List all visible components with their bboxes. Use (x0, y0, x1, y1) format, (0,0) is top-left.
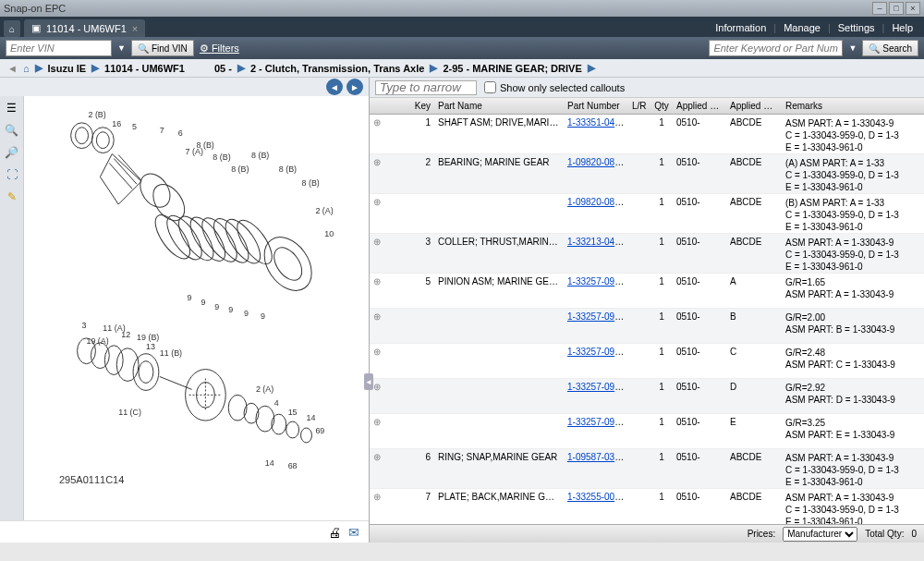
cell-qty: 1 (650, 276, 673, 287)
zoom-out-icon[interactable]: 🔎 (4, 144, 20, 161)
expand-icon[interactable]: ⊕ (373, 452, 381, 462)
expand-icon[interactable]: ⊕ (373, 492, 381, 502)
table-row[interactable]: ⊕7PLATE; BACK,MARINE GEAR1-33255-007-010… (370, 489, 924, 524)
search-button[interactable]: 🔍 Search (862, 40, 918, 56)
part-number-link[interactable]: 1-33257-096-0 (567, 311, 628, 322)
expand-icon[interactable]: ⊕ (373, 197, 381, 207)
col-remarks[interactable]: Remarks (782, 101, 924, 111)
tab-title: 11014 - UM6WF1 (46, 23, 127, 34)
prices-label: Prices: (748, 529, 776, 539)
svg-text:9: 9 (228, 305, 233, 314)
part-number-link[interactable]: 1-33257-099-0 (567, 417, 628, 427)
part-number-link[interactable]: 1-09820-089-0 (567, 197, 628, 207)
prices-select[interactable]: Manufacturer (783, 527, 857, 542)
menu-settings[interactable]: Settings (838, 22, 875, 33)
cell-remarks: ASM PART: A = 1-33043-9C = 1-33043-959-0… (782, 452, 924, 488)
col-name[interactable]: Part Name (434, 101, 564, 111)
crumb-diagram[interactable]: 2-95 - MARINE GEAR; DRIVE (443, 63, 581, 74)
splitter-handle[interactable]: ◄ (364, 373, 373, 390)
col-lr[interactable]: L/R (628, 101, 650, 111)
table-row[interactable]: ⊕3COLLER; THRUST,MARINE GEAR1-33213-048-… (370, 234, 924, 274)
dropdown-icon[interactable]: ▼ (848, 43, 857, 53)
part-number-link[interactable]: 1-33257-098-0 (567, 382, 628, 392)
expand-icon[interactable]: ⊕ (373, 117, 381, 128)
table-row[interactable]: ⊕1-33257-097-010510-CG/R=2.48ASM PART: C… (370, 344, 924, 379)
home-tab-icon[interactable]: ⌂ (4, 20, 20, 37)
expand-icon[interactable]: ⊕ (373, 157, 381, 167)
document-tab[interactable]: ▣ 11014 - UM6WF1 × (24, 19, 145, 37)
part-number-link[interactable]: 1-09587-034-0 (567, 452, 628, 462)
zoom-in-icon[interactable]: 🔍 (4, 122, 20, 139)
col-model[interactable]: Applied Model (726, 101, 782, 111)
prev-diagram-button[interactable]: ◄ (326, 79, 343, 95)
part-number-link[interactable]: 1-33255-007-0 (567, 492, 628, 502)
cell-model: ABCDE (726, 157, 782, 167)
cell-qty: 1 (650, 117, 673, 128)
fit-icon[interactable]: ⛶ (4, 166, 20, 183)
col-pn[interactable]: Part Number (564, 101, 628, 111)
diagram-area[interactable]: 2 (B)165 767 (A) 8 (B)8 (B)8 (B) 8 (B)8 … (24, 96, 369, 520)
print-icon[interactable]: 🖨 (328, 525, 341, 540)
cell-key: 2 (388, 157, 434, 167)
expand-icon[interactable]: ⊕ (373, 311, 381, 322)
expand-icon[interactable]: ⊕ (373, 417, 381, 427)
crumb-group[interactable]: 2 - Clutch, Transmission, Trans Axle (250, 63, 424, 74)
cell-model: B (726, 311, 782, 322)
toolbar: ▼ 🔍 Find VIN ⚙ Filters ▼ 🔍 Search (0, 37, 924, 59)
part-number-link[interactable]: 1-33257-097-0 (567, 347, 628, 357)
expand-icon[interactable]: ⊕ (373, 276, 381, 287)
crumb-vehicle[interactable]: 11014 - UM6WF1 (104, 63, 185, 74)
part-number-link[interactable]: 1-33257-095-0 (567, 276, 628, 287)
cell-qty: 1 (650, 311, 673, 322)
crumb-section[interactable]: 05 - (214, 63, 232, 74)
expand-icon[interactable]: ⊕ (373, 237, 381, 247)
table-row[interactable]: ⊕1-33257-096-010510-BG/R=2.00ASM PART: B… (370, 309, 924, 344)
table-row[interactable]: ⊕1-33257-098-010510-DG/R=2.92ASM PART: D… (370, 379, 924, 414)
home-icon[interactable]: ⌂ (23, 63, 30, 74)
col-qty[interactable]: Qty (650, 101, 673, 111)
table-row[interactable]: ⊕1SHAFT ASM; DRIVE,MARINE GEAR1-33351-04… (370, 115, 924, 154)
menu-manage[interactable]: Manage (784, 22, 821, 33)
svg-text:8 (B): 8 (B) (231, 165, 249, 174)
cell-qty: 1 (650, 237, 673, 247)
expand-icon[interactable]: ⊕ (373, 347, 381, 357)
highlight-icon[interactable]: ✎ (4, 189, 20, 205)
table-row[interactable]: ⊕1-33257-099-010510-EG/R=3.25ASM PART: E… (370, 414, 924, 449)
find-vin-button[interactable]: 🔍 Find VIN (131, 40, 194, 56)
expand-icon[interactable]: ⊕ (373, 382, 381, 392)
table-row[interactable]: ⊕1-09820-089-010510-ABCDE(B) ASM PART: A… (370, 194, 924, 234)
narrow-input[interactable] (375, 80, 477, 95)
parts-panel: ◄ Show only selected callouts Key Part N… (370, 78, 924, 543)
exploded-view-svg: 2 (B)165 767 (A) 8 (B)8 (B)8 (B) 8 (B)8 … (31, 104, 361, 470)
table-row[interactable]: ⊕5PINION ASM; MARINE GEAR1-33257-095-010… (370, 274, 924, 309)
col-date[interactable]: Applied Date (673, 101, 726, 111)
show-selected-checkbox[interactable]: Show only selected callouts (484, 81, 625, 93)
table-row[interactable]: ⊕2BEARING; MARINE GEAR1-09820-088-010510… (370, 154, 924, 194)
table-body[interactable]: ⊕1SHAFT ASM; DRIVE,MARINE GEAR1-33351-04… (370, 115, 924, 524)
cell-key: 1 (388, 117, 434, 128)
menu-help[interactable]: Help (892, 22, 913, 33)
part-number-link[interactable]: 1-33351-041-0 (567, 117, 628, 128)
email-icon[interactable]: ✉ (348, 525, 359, 540)
part-number-link[interactable]: 1-09820-088-0 (567, 157, 628, 167)
close-button[interactable]: × (906, 2, 920, 15)
back-icon[interactable]: ◄ (7, 63, 18, 74)
crumb-brand[interactable]: Isuzu IE (48, 63, 87, 74)
dropdown-icon[interactable]: ▼ (117, 43, 126, 53)
vin-input[interactable] (6, 40, 112, 56)
next-diagram-button[interactable]: ► (346, 79, 363, 95)
table-row[interactable]: ⊕6RING; SNAP,MARINE GEAR1-09587-034-0105… (370, 449, 924, 489)
keyword-input[interactable] (709, 40, 843, 56)
filters-link[interactable]: ⚙ Filters (200, 43, 239, 55)
svg-text:4: 4 (274, 398, 279, 408)
cell-date: 0510- (673, 417, 726, 427)
tree-icon[interactable]: ☰ (4, 100, 20, 116)
tab-close-icon[interactable]: × (132, 23, 138, 34)
col-key[interactable]: Key (388, 101, 434, 111)
cell-name: PLATE; BACK,MARINE GEAR (434, 492, 564, 502)
minimize-button[interactable]: – (872, 2, 887, 15)
menu-information[interactable]: Information (715, 22, 766, 33)
part-number-link[interactable]: 1-33213-048-0 (567, 237, 628, 247)
cell-date: 0510- (673, 197, 726, 207)
maximize-button[interactable]: □ (889, 2, 904, 15)
